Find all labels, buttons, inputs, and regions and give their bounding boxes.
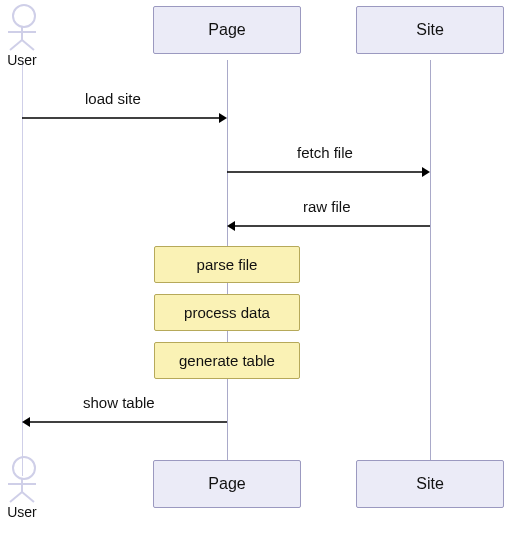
svg-marker-7 [422, 167, 430, 177]
svg-marker-9 [227, 221, 235, 231]
participant-label: Site [416, 475, 444, 492]
participant-label: Page [208, 21, 245, 38]
message-label: show table [83, 394, 155, 411]
participant-page-top: Page [153, 6, 301, 54]
actor-label-user-top: User [0, 52, 52, 68]
sequence-diagram: User Page Site load site fetch file raw … [0, 0, 507, 536]
arrow-right-icon [22, 112, 227, 124]
note-label: generate table [179, 352, 275, 369]
lifeline-site [430, 60, 431, 476]
participant-site-bottom: Site [356, 460, 504, 508]
note-label: parse file [197, 256, 258, 273]
arrow-left-icon [227, 220, 430, 232]
actor-body-icon [2, 476, 42, 504]
participant-label: Page [208, 475, 245, 492]
participant-site-top: Site [356, 6, 504, 54]
self-note: parse file [154, 246, 300, 283]
participant-label: Site [416, 21, 444, 38]
message-label: load site [85, 90, 141, 107]
svg-line-2 [10, 40, 22, 50]
svg-marker-5 [219, 113, 227, 123]
svg-line-15 [22, 492, 34, 502]
svg-line-3 [22, 40, 34, 50]
actor-body-icon [2, 24, 42, 52]
message-label: fetch file [297, 144, 353, 161]
arrow-right-icon [227, 166, 430, 178]
note-label: process data [184, 304, 270, 321]
svg-line-14 [10, 492, 22, 502]
actor-label-user-bottom: User [0, 504, 52, 520]
self-note: process data [154, 294, 300, 331]
arrow-left-icon [22, 416, 227, 428]
message-label: raw file [303, 198, 351, 215]
self-note: generate table [154, 342, 300, 379]
participant-page-bottom: Page [153, 460, 301, 508]
svg-marker-11 [22, 417, 30, 427]
